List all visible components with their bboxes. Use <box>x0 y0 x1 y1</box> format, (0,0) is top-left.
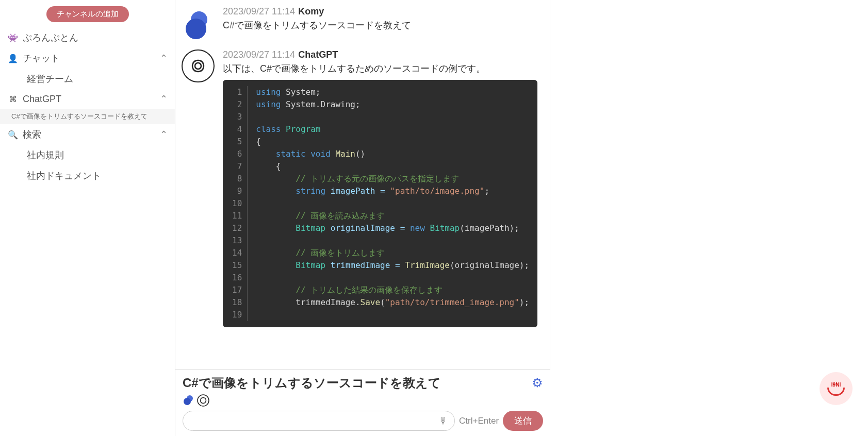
smile-icon <box>827 388 845 396</box>
message-author: Komy <box>298 6 324 16</box>
code-block: 12345678910111213141516171819using Syste… <box>223 80 537 327</box>
gpt-avatar <box>182 49 215 82</box>
line-numbers: 12345678910111213141516171819 <box>223 86 248 321</box>
badge-text: I9NI <box>831 382 841 388</box>
right-panel <box>550 0 868 436</box>
gpt-avatar-icon <box>197 394 209 407</box>
svg-point-2 <box>184 398 191 405</box>
sidebar-item-label: ChatGPT <box>23 94 61 105</box>
message: 2023/09/27 11:14KomyC#で画像をトリムするソースコードを教え… <box>182 6 537 39</box>
sidebar-item-label: 経営チーム <box>27 73 73 85</box>
sidebar-item[interactable]: 👾ぷろんぷとん <box>0 27 175 48</box>
message-time: 2023/09/27 11:14 <box>223 6 295 16</box>
sidebar-item-label: 検索 <box>23 128 41 141</box>
sidebar-subitem[interactable]: C#で画像をトリムするソースコードを教えて <box>0 109 175 124</box>
message-text: C#で画像をトリムするソースコードを教えて <box>223 19 537 31</box>
user-avatar <box>182 6 215 39</box>
composer: C#で画像をトリムするソースコードを教えて ⚙ 🎙 Ctrl+Enter 送信 <box>175 369 550 436</box>
message-input[interactable] <box>183 411 455 431</box>
floating-badge[interactable]: I9NI <box>820 372 853 405</box>
sidebar-item[interactable]: ⌘ChatGPT⌃ <box>0 89 175 109</box>
gear-icon[interactable]: ⚙ <box>532 376 543 390</box>
microphone-icon[interactable]: 🎙 <box>438 415 448 426</box>
composer-title: C#で画像をトリムするソースコードを教えて <box>183 375 441 391</box>
chevron-up-icon: ⌃ <box>160 129 168 140</box>
sidebar-item-icon: ⌘ <box>7 93 19 105</box>
user-avatar-icon <box>183 394 195 407</box>
code-content: using System;using System.Drawing; class… <box>248 86 537 321</box>
add-channel-button[interactable]: チャンネルの追加 <box>46 6 129 22</box>
sidebar-item-icon: 🔍 <box>7 129 19 140</box>
sidebar-item[interactable]: 🔍検索⌃ <box>0 124 175 145</box>
message: 2023/09/27 11:14ChatGPT以下は、C#で画像をトリムするため… <box>182 49 537 327</box>
chevron-up-icon: ⌃ <box>160 53 168 64</box>
sidebar-item-label: ぷろんぷとん <box>23 31 78 44</box>
send-button[interactable]: 送信 <box>503 411 543 431</box>
sidebar-item-label: チャット <box>23 52 60 64</box>
message-author: ChatGPT <box>298 49 338 60</box>
shortcut-label: Ctrl+Enter <box>459 416 499 426</box>
svg-point-0 <box>195 63 201 69</box>
sidebar-item[interactable]: 社内規則 <box>0 145 175 165</box>
messages-area[interactable]: 2023/09/27 11:14KomyC#で画像をトリムするソースコードを教え… <box>175 0 550 369</box>
message-text: 以下は、C#で画像をトリムするためのソースコードの例です。 <box>223 62 537 75</box>
message-time: 2023/09/27 11:14 <box>223 49 295 60</box>
sidebar-item-icon: 👾 <box>7 32 19 43</box>
sidebar-item[interactable]: 経営チーム <box>0 69 175 89</box>
sidebar-item[interactable]: 社内ドキュメント <box>0 165 175 186</box>
sidebar: チャンネルの追加 👾ぷろんぷとん👤チャット⌃経営チーム⌘ChatGPT⌃C#で画… <box>0 0 175 436</box>
chevron-up-icon: ⌃ <box>160 93 168 105</box>
sidebar-item-icon: 👤 <box>7 53 19 64</box>
svg-point-3 <box>198 395 209 406</box>
sidebar-item[interactable]: 👤チャット⌃ <box>0 48 175 69</box>
sidebar-item-label: 社内ドキュメント <box>27 170 101 182</box>
main-panel: 2023/09/27 11:14KomyC#で画像をトリムするソースコードを教え… <box>175 0 550 436</box>
sidebar-item-label: 社内規則 <box>27 149 64 161</box>
composer-avatars <box>183 394 543 407</box>
